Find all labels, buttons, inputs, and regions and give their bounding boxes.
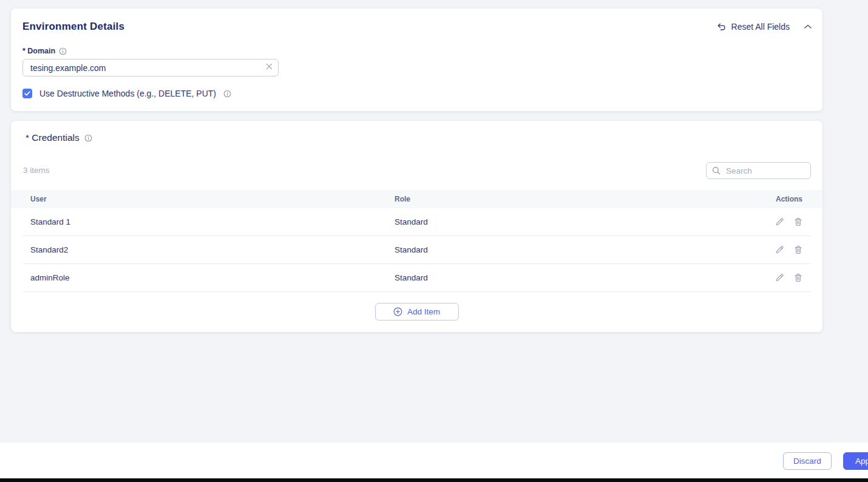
delete-trash-icon[interactable] <box>794 245 802 254</box>
destructive-methods-checkbox[interactable] <box>22 89 32 98</box>
bottom-edge-bar <box>0 478 868 482</box>
cell-user: Standard2 <box>30 245 395 254</box>
footer-action-bar: Discard Apply <box>0 443 868 478</box>
info-icon[interactable] <box>84 134 92 142</box>
cell-role: Standard <box>395 245 744 254</box>
edit-pencil-icon[interactable] <box>775 245 784 254</box>
table-header-row: User Role Actions <box>11 190 822 208</box>
card-header-controls: Reset All Fields <box>717 22 812 32</box>
clear-x-icon[interactable] <box>266 63 273 70</box>
add-item-label: Add Item <box>407 307 440 316</box>
cell-user: adminRole <box>30 273 395 282</box>
chevron-up-icon <box>804 24 812 29</box>
edit-pencil-icon[interactable] <box>775 273 784 282</box>
reset-all-fields-label: Reset All Fields <box>731 22 790 32</box>
checkmark-icon <box>24 91 30 96</box>
row-actions <box>744 217 802 226</box>
domain-input[interactable] <box>22 59 279 76</box>
edit-pencil-icon[interactable] <box>775 217 784 226</box>
table-row: adminRole Standard <box>23 264 811 292</box>
search-icon <box>712 166 721 175</box>
domain-label: * Domain <box>22 47 55 55</box>
column-header-actions: Actions <box>736 195 802 203</box>
destructive-methods-row: Use Destructive Methods (e.g., DELETE, P… <box>22 89 231 98</box>
column-header-user: User <box>30 195 395 203</box>
environment-details-title: Environment Details <box>22 21 124 33</box>
page: Environment Details Reset All Fields <box>0 0 868 482</box>
environment-details-card: Environment Details Reset All Fields <box>11 8 822 111</box>
credentials-title-row: * Credentials <box>25 132 92 143</box>
cell-role: Standard <box>395 217 744 226</box>
row-actions <box>744 273 802 282</box>
items-count: 3 items <box>23 166 50 175</box>
collapse-section-button[interactable] <box>804 24 812 29</box>
apply-button[interactable]: Apply <box>843 452 868 470</box>
plus-circle-icon <box>393 307 402 316</box>
credentials-title: * Credentials <box>25 132 80 143</box>
cell-user: Standard 1 <box>30 217 395 226</box>
reset-icon <box>717 22 727 31</box>
reset-all-fields-button[interactable]: Reset All Fields <box>717 22 790 32</box>
destructive-methods-label: Use Destructive Methods (e.g., DELETE, P… <box>39 89 216 98</box>
table-row: Standard2 Standard <box>23 236 811 264</box>
domain-input-wrap <box>22 59 279 76</box>
delete-trash-icon[interactable] <box>794 273 802 282</box>
info-icon[interactable] <box>59 47 67 55</box>
discard-button[interactable]: Discard <box>783 452 832 470</box>
search-box <box>706 162 811 179</box>
info-icon[interactable] <box>223 90 231 98</box>
search-input[interactable] <box>706 162 811 179</box>
delete-trash-icon[interactable] <box>794 217 802 226</box>
domain-field-label-row: * Domain <box>22 47 67 55</box>
credentials-card: * Credentials 3 items User <box>11 121 822 332</box>
row-actions <box>744 245 802 254</box>
add-item-button[interactable]: Add Item <box>375 303 459 321</box>
cell-role: Standard <box>395 273 744 282</box>
credentials-table: User Role Actions Standard 1 Standard <box>11 190 822 292</box>
column-header-role: Role <box>395 195 736 203</box>
table-row: Standard 1 Standard <box>23 208 811 236</box>
